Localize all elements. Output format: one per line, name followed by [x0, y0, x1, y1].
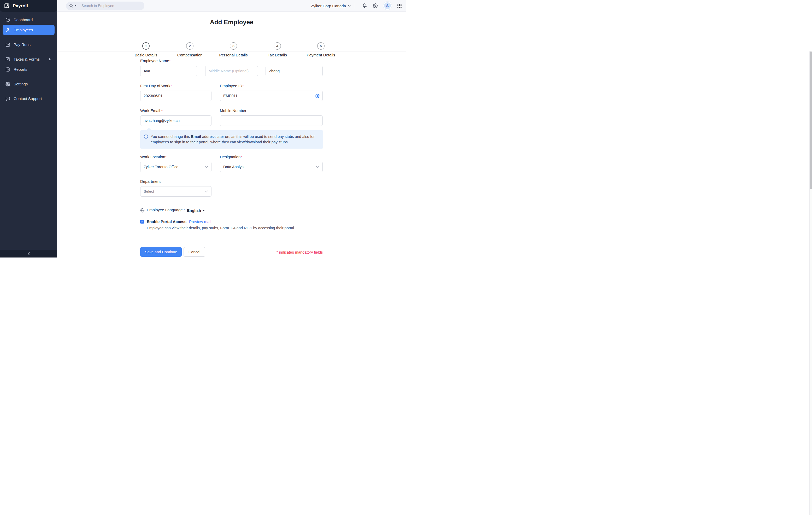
taxes-forms-icon	[5, 57, 10, 62]
chat-bubble-icon	[5, 96, 10, 101]
gear-icon	[315, 94, 320, 98]
first-day-input[interactable]	[140, 91, 211, 101]
sidebar: Payroll Dashboard Employees	[0, 0, 57, 258]
main-area: Zylker Corp Canada	[57, 0, 406, 258]
designation-value: Data Analyst	[223, 165, 316, 169]
search-icon[interactable]	[69, 4, 77, 8]
settings-button[interactable]	[373, 3, 378, 8]
step-number: 1	[142, 42, 150, 50]
mandatory-fields-note: * indicates mandatory fields	[277, 250, 323, 254]
department-placeholder: Select	[144, 189, 205, 194]
basic-details-form: Employee Name* First Day of Work* Employ…	[57, 52, 406, 258]
info-box-caret	[146, 128, 151, 130]
bell-icon	[362, 3, 367, 8]
sidebar-item-settings[interactable]: Settings	[3, 79, 55, 89]
required-marker: *	[242, 84, 244, 88]
save-and-continue-button[interactable]: Save and Continue	[140, 247, 182, 257]
apps-grid-icon	[397, 3, 402, 8]
required-marker: *	[169, 58, 171, 63]
org-selector[interactable]: Zylker Corp Canada	[311, 4, 351, 8]
sidebar-item-label: Reports	[13, 67, 27, 71]
notifications-button[interactable]	[362, 3, 367, 8]
apps-grid-button[interactable]	[397, 3, 402, 8]
designation-select[interactable]: Data Analyst	[220, 162, 323, 172]
avatar[interactable]: S	[384, 2, 391, 9]
topbar-right: Zylker Corp Canada	[311, 2, 406, 9]
department-label: Department	[140, 179, 161, 183]
preview-mail-link[interactable]: Preview mail	[189, 219, 211, 224]
sidebar-item-label: Contact Support	[13, 96, 42, 101]
org-name: Zylker Corp Canada	[311, 4, 346, 8]
page-title: Add Employee	[57, 12, 406, 26]
language-value: English	[187, 208, 201, 212]
language-dropdown[interactable]: English	[187, 208, 205, 212]
sidebar-item-taxes-forms[interactable]: Taxes & Forms	[3, 54, 55, 64]
sidebar-item-label: Taxes & Forms	[13, 57, 40, 61]
form-divider	[140, 241, 323, 241]
enable-portal-label: Enable Portal Access	[147, 219, 186, 224]
sidebar-nav: Dashboard Employees Pay Runs	[0, 12, 57, 250]
caret-down-icon	[202, 210, 205, 211]
sidebar-item-label: Settings	[13, 82, 28, 86]
required-marker: *	[240, 154, 242, 159]
work-location-value: Zylker Toronto Office	[144, 165, 205, 169]
employee-language-label[interactable]: Employee Language :	[147, 208, 185, 213]
employee-id-input[interactable]	[220, 91, 323, 101]
employee-id-settings-button[interactable]	[315, 94, 320, 98]
sidebar-item-label: Dashboard	[13, 18, 33, 22]
topbar-divider	[355, 3, 355, 9]
search-bar[interactable]	[66, 2, 144, 10]
pay-runs-icon	[5, 42, 10, 47]
designation-label: Designation*	[220, 154, 242, 159]
first-day-label: First Day of Work*	[140, 84, 172, 88]
first-name-input[interactable]	[140, 66, 197, 76]
chevron-left-icon	[27, 252, 30, 256]
sidebar-collapse-button[interactable]	[0, 250, 57, 258]
search-scope-caret-icon	[75, 5, 77, 6]
work-location-label: Work Location*	[140, 154, 167, 159]
step-number: 4	[273, 42, 281, 50]
gear-icon	[5, 82, 10, 86]
payroll-logo-icon	[4, 3, 10, 9]
sidebar-item-pay-runs[interactable]: Pay Runs	[3, 39, 55, 50]
portal-access-row: Enable Portal Access Preview mail	[140, 219, 211, 224]
sidebar-item-label: Pay Runs	[13, 42, 31, 47]
employees-icon	[5, 28, 10, 32]
info-text: You cannot change this Email address lat…	[151, 134, 318, 145]
payroll-app: Payroll Dashboard Employees	[0, 0, 406, 258]
topbar: Zylker Corp Canada	[57, 0, 406, 12]
app-title: Payroll	[13, 3, 28, 9]
chevron-right-icon	[49, 57, 51, 62]
work-email-label: Work Email*	[140, 108, 163, 113]
required-marker: *	[171, 84, 172, 88]
department-select[interactable]: Select	[140, 186, 211, 197]
wizard-header: Add Employee 1 Basic Details 2 Compensat…	[57, 12, 406, 52]
portal-description: Employee can view their details, pay stu…	[147, 226, 295, 230]
avatar-initial: S	[386, 4, 388, 8]
reports-icon	[5, 67, 10, 72]
gear-icon	[373, 3, 378, 8]
sidebar-item-reports[interactable]: Reports	[3, 64, 55, 75]
employee-language-row: Employee Language : English	[140, 208, 205, 213]
search-input[interactable]	[82, 4, 139, 8]
app-logo[interactable]: Payroll	[0, 0, 57, 12]
dashboard-icon	[5, 18, 10, 22]
enable-portal-checkbox[interactable]	[140, 220, 144, 224]
step-number: 2	[186, 42, 194, 50]
chevron-down-icon	[205, 190, 208, 193]
work-location-select[interactable]: Zylker Toronto Office	[140, 162, 211, 172]
globe-icon	[140, 208, 145, 212]
cancel-button[interactable]: Cancel	[183, 247, 205, 257]
required-marker: *	[165, 154, 167, 159]
required-marker: *	[161, 108, 163, 113]
sidebar-item-employees[interactable]: Employees	[3, 25, 55, 35]
work-email-input[interactable]	[140, 115, 211, 126]
middle-name-input[interactable]	[205, 66, 258, 76]
last-name-input[interactable]	[265, 66, 323, 76]
chevron-down-icon	[348, 5, 351, 7]
mobile-number-input[interactable]	[220, 115, 323, 126]
employee-name-label: Employee Name*	[140, 58, 171, 63]
sidebar-item-dashboard[interactable]: Dashboard	[3, 15, 55, 25]
sidebar-item-contact-support[interactable]: Contact Support	[3, 93, 55, 104]
check-icon	[141, 221, 144, 223]
